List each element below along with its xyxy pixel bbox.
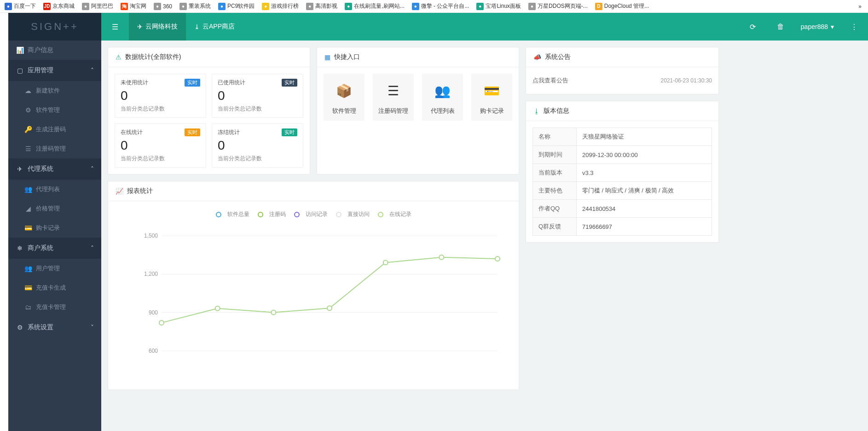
bookmark-item[interactable]: ●微擎 - 公众平台自... — [409, 1, 472, 11]
quick-icon: 💳 — [473, 82, 510, 99]
chevron-icon: ˅ — [91, 324, 94, 331]
quick-title: 快捷入口 — [334, 53, 360, 61]
legend-item[interactable]: 访问记录 — [294, 210, 328, 218]
bookmark-overflow[interactable]: » — [854, 3, 866, 10]
sidebar-group[interactable]: ❄商户系统˄ — [8, 238, 101, 259]
quick-entry[interactable]: ☰注册码管理 — [373, 74, 414, 121]
chevron-icon: ˄ — [91, 67, 94, 74]
sidebar-item[interactable]: 📊商户信息 — [8, 41, 101, 60]
svg-text:600: 600 — [149, 348, 158, 354]
legend-item[interactable]: 注册码 — [258, 210, 286, 218]
announce-time: 2021-06-23 01:30:30 — [661, 77, 712, 84]
stat-value: 0 — [218, 138, 297, 153]
sidebar-subitem[interactable]: ☁新建软件 — [8, 81, 101, 100]
chevron-icon: ˄ — [91, 245, 94, 252]
bookmark-item[interactable]: ●PC9软件园 — [215, 1, 257, 11]
svg-point-10 — [271, 310, 276, 315]
sidebar-group[interactable]: ✈代理系统˄ — [8, 158, 101, 180]
announce-panel: 📣 系统公告 点我查看公告 2021-06-23 01:30:30 — [526, 47, 719, 94]
sidebar-subitem[interactable]: 👥代理列表 — [8, 180, 101, 199]
legend-marker — [378, 212, 387, 217]
bookmark-item[interactable]: ●高清影视 — [303, 1, 340, 11]
bookmark-label: 淘宝网 — [130, 2, 146, 10]
bookmark-label: 阿里巴巴 — [91, 2, 113, 10]
stats-panel: ⚠ 数据统计(全部软件) 未使用统计 实时 0 当前分类总记录数 已使用统计 实… — [108, 47, 310, 175]
refresh-button[interactable]: ⟳ — [739, 13, 767, 41]
nav-group-icon: ❄ — [16, 245, 24, 252]
nav-subitem-icon: 💳 — [24, 224, 32, 232]
bookmark-favicon: ● — [476, 3, 484, 10]
more-button[interactable]: ⋮ — [840, 13, 868, 41]
nav-subitem-label: 价格管理 — [36, 204, 60, 213]
version-value: v3.3 — [577, 164, 712, 182]
sidebar-subitem[interactable]: 👥用户管理 — [8, 259, 101, 278]
sidebar: SIGN++ 📊商户信息▢应用管理˄☁新建软件⚙软件管理🔑生成注册码☰注册码管理… — [8, 13, 101, 431]
user-name: paper888 — [801, 23, 828, 30]
nav-subitem-icon: 👥 — [24, 186, 32, 193]
sidebar-group[interactable]: ⚙系统设置˅ — [8, 317, 101, 338]
bookmark-item[interactable]: ●宝塔Linux面板 — [474, 1, 524, 11]
announce-link[interactable]: 点我查看公告 — [532, 76, 568, 85]
sidebar-subitem[interactable]: 🔑生成注册码 — [8, 120, 101, 139]
stat-card: 已使用统计 实时 0 当前分类总记录数 — [212, 74, 303, 118]
sidebar-subitem[interactable]: ◢价格管理 — [8, 199, 101, 218]
bookmark-label: 高清影视 — [315, 2, 337, 10]
sidebar-subitem[interactable]: 🗂充值卡管理 — [8, 297, 101, 317]
quick-label: 购卡记录 — [473, 107, 510, 115]
stat-card: 冻结统计 实时 0 当前分类总记录数 — [212, 123, 303, 168]
svg-point-14 — [495, 256, 500, 261]
sidebar-subitem[interactable]: ☰注册码管理 — [8, 139, 101, 158]
legend-item[interactable]: 软件总量 — [216, 210, 249, 218]
bookmark-item[interactable]: ●360 — [151, 2, 175, 11]
bookmark-item[interactable]: ●阿里巴巴 — [79, 1, 116, 11]
svg-text:1,500: 1,500 — [144, 233, 158, 239]
nav-subitem-icon: 🗂 — [24, 303, 32, 311]
bookmark-item[interactable]: 淘淘宝网 — [118, 1, 149, 11]
trash-button[interactable]: 🗑 — [767, 13, 794, 41]
version-value: 零门槛 / 响应式 / 清爽 / 极简 / 高效 — [577, 182, 712, 200]
topbar-link[interactable]: ⤓云APP商店 — [186, 13, 243, 41]
nav-subitem-icon: 👥 — [24, 265, 32, 272]
user-menu[interactable]: paper888 ▾ — [794, 13, 840, 41]
quick-entry[interactable]: 📦软件管理 — [324, 74, 365, 121]
stat-title: 未使用统计 — [121, 79, 148, 87]
bookmark-item[interactable]: ●万星DDOS网页端-... — [526, 1, 590, 11]
topbar-link-label: 云网络科技 — [145, 23, 178, 31]
version-value: 2441800534 — [577, 200, 712, 218]
quick-entry[interactable]: 💳购卡记录 — [471, 74, 512, 121]
stat-card: 未使用统计 实时 0 当前分类总记录数 — [115, 74, 206, 118]
nav-subitem-label: 代理列表 — [36, 185, 60, 193]
sidebar-subitem[interactable]: ⚙软件管理 — [8, 100, 101, 120]
quick-entry[interactable]: 👥代理列表 — [422, 74, 463, 121]
chart-title: 报表统计 — [127, 187, 153, 195]
sidebar-group[interactable]: ▢应用管理˄ — [8, 60, 101, 81]
quick-icon: 📦 — [325, 82, 363, 99]
version-value: 天狼星网络验证 — [577, 128, 712, 146]
bookmark-label: 万星DDOS网页端-... — [538, 2, 588, 10]
quick-panel: ▦ 快捷入口 📦软件管理☰注册码管理👥代理列表💳购卡记录 — [317, 47, 519, 175]
version-title: 版本信息 — [544, 107, 569, 115]
bookmark-item[interactable]: ●重装系统 — [177, 1, 214, 11]
stat-title: 在线统计 — [121, 128, 143, 136]
bookmark-item[interactable]: DDogeCloud 管理... — [592, 1, 652, 11]
legend-item[interactable]: 在线记录 — [378, 210, 411, 218]
logo: SIGN++ — [8, 13, 101, 41]
bookmark-item[interactable]: JD京东商城 — [41, 1, 77, 11]
nav-subitem-label: 购卡记录 — [36, 224, 60, 232]
nav-subitem-icon: 🔑 — [24, 126, 32, 133]
legend-item[interactable]: 直接访问 — [336, 210, 370, 218]
bookmark-label: DogeCloud 管理... — [604, 2, 649, 10]
stats-title: 数据统计(全部软件) — [125, 53, 181, 61]
nav-item-label: 商户信息 — [28, 46, 53, 54]
bookmark-item[interactable]: ●游戏排行榜 — [259, 1, 301, 11]
realtime-badge: 实时 — [185, 79, 200, 87]
chevron-icon: ˄ — [91, 165, 94, 173]
bookmark-item[interactable]: ●在线刷流量,刷网站... — [342, 1, 407, 11]
sidebar-subitem[interactable]: 💳充值卡生成 — [8, 278, 101, 297]
menu-toggle-button[interactable]: ☰ — [101, 13, 129, 41]
sidebar-subitem[interactable]: 💳购卡记录 — [8, 218, 101, 238]
bookmark-label: 360 — [163, 3, 172, 10]
topbar-link[interactable]: ✈云网络科技 — [129, 13, 186, 41]
nav-subitem-label: 软件管理 — [36, 106, 60, 114]
bookmark-item[interactable]: ●百度一下 — [2, 1, 39, 11]
